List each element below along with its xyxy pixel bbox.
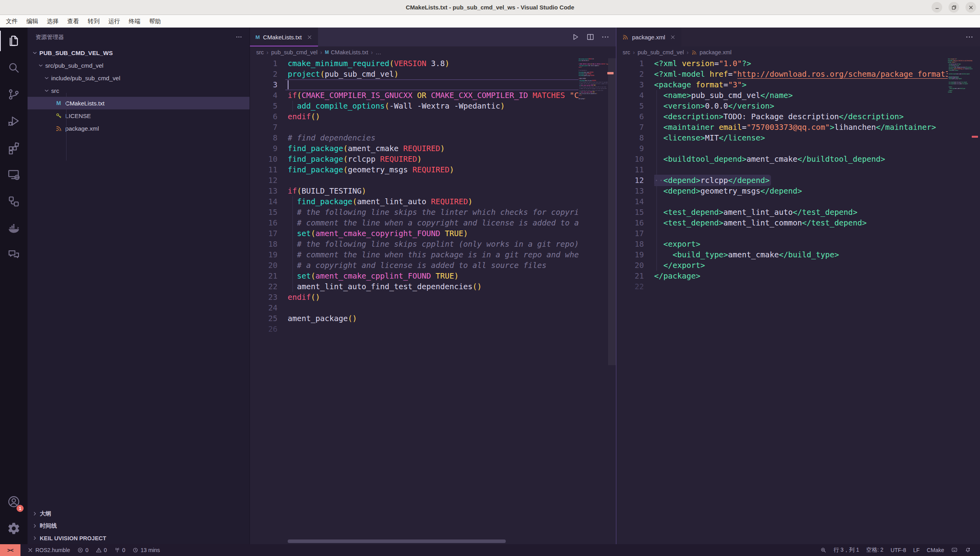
menu-item-5[interactable]: 运行 (104, 15, 124, 28)
menu-item-0[interactable]: 文件 (2, 15, 22, 28)
tab-package-xml[interactable]: package.xml (616, 28, 681, 46)
status-item-left-0[interactable]: ROS2.humble (24, 547, 74, 553)
editor-action-more[interactable] (601, 33, 610, 41)
editor-action-split[interactable] (586, 33, 595, 41)
remote-indicator[interactable]: >< (0, 544, 20, 556)
activity-explorer[interactable] (0, 28, 28, 54)
restore-button[interactable] (949, 2, 959, 13)
tree-item-cmakelists-txt[interactable]: MCMakeLists.txt (28, 97, 250, 109)
activity-account[interactable]: 1 (0, 488, 28, 515)
close-icon (670, 34, 676, 40)
code-line: cmake_minimum_required(VERSION 3.8) (288, 58, 579, 69)
tree-item-pub-sub-cmd-vel-ws[interactable]: PUB_SUB_CMD_VEL_WS (28, 46, 250, 59)
status-item-right-4[interactable]: LF (910, 547, 923, 553)
activity-extensions[interactable] (0, 135, 28, 161)
editor-action-play[interactable] (571, 33, 580, 41)
status-bar: >< ROS2.humble00013 mins 行 3，列 1空格: 2UTF… (0, 544, 980, 556)
code-line: <test_depend>ament_lint_common</test_dep… (654, 218, 948, 228)
tree-item-label: src (51, 87, 59, 94)
line-numbers: 12345678910111213141516171819202122 (616, 58, 644, 292)
code-line: <build_type>ament_cmake</build_type> (654, 249, 948, 260)
code-line: set(ament_cmake_cpplint_FOUND TRUE) (288, 271, 579, 281)
code-line (579, 100, 608, 101)
code-line: </package> (654, 271, 948, 281)
code-line: find_package(ament_cmake REQUIRED) (288, 143, 579, 154)
menu-item-1[interactable]: 编辑 (22, 15, 43, 28)
code-line (288, 303, 579, 313)
code-line: <version>0.0.0</version> (654, 101, 948, 111)
activity-comments[interactable] (0, 242, 28, 268)
menu-item-4[interactable]: 转到 (83, 15, 104, 28)
status-item-left-1[interactable]: 0 (74, 547, 92, 553)
horizontal-scrollbar[interactable] (288, 539, 506, 543)
minimize-button[interactable] (932, 2, 942, 13)
close-window-button[interactable] (965, 2, 976, 13)
activity-source-control[interactable] (0, 81, 28, 108)
file-tree: PUB_SUB_CMD_VEL_WSsrc/pub_sub_cmd_velinc… (28, 46, 250, 135)
rss-icon (55, 125, 63, 132)
status-item-right-0[interactable] (817, 547, 830, 553)
menu-item-7[interactable]: 帮助 (145, 15, 165, 28)
menu-bar: 文件编辑选择查看转到运行终端帮助 (0, 15, 980, 28)
status-item-right-3[interactable]: UTF-8 (887, 547, 910, 553)
sidebar-section-1[interactable]: 时间线 (28, 520, 250, 532)
code-line: <license>MIT</license> (654, 133, 948, 143)
status-item-right-5[interactable]: CMake (923, 547, 948, 553)
explorer-more-icon[interactable] (235, 33, 242, 41)
tree-item-include-pub-sub-cmd-vel[interactable]: include/pub_sub_cmd_vel (28, 72, 250, 84)
minimap[interactable]: <?xml version="1.0"?><?xml-model href="h… (948, 58, 973, 176)
tree-item-src-pub-sub-cmd-vel[interactable]: src/pub_sub_cmd_vel (28, 59, 250, 72)
tree-indent-guide (66, 93, 67, 161)
breadcrumb-item[interactable]: … (375, 49, 381, 55)
editor-group-right: package.xmlsrc›pub_sub_cmd_vel›package.x… (616, 28, 980, 544)
code-editor[interactable]: 1234567891011121314151617181920212223242… (250, 58, 616, 544)
activity-search[interactable] (0, 54, 28, 81)
code-line: project(pub_sub_cmd_vel) (288, 69, 579, 79)
tab-close-icon[interactable] (670, 34, 676, 40)
tree-item-license[interactable]: LICENSE (28, 109, 250, 122)
breadcrumb-item[interactable]: pub_sub_cmd_vel (271, 49, 318, 55)
code-line: endif() (288, 111, 579, 122)
menu-item-2[interactable]: 选择 (43, 15, 63, 28)
status-item-right-1[interactable]: 行 3，列 1 (830, 547, 863, 554)
breadcrumb-item[interactable]: src (623, 49, 630, 55)
vertical-scrollbar[interactable] (608, 58, 616, 365)
minimap[interactable]: cmake_minimum_required(VERSION 3.8)proje… (579, 58, 608, 176)
code-editor[interactable]: 12345678910111213141516171819202122<?xml… (616, 58, 980, 544)
status-item-right-7[interactable] (961, 547, 974, 553)
tree-item-src[interactable]: src (28, 84, 250, 97)
tree-item-package-xml[interactable]: package.xml (28, 122, 250, 135)
tree-item-label: PUB_SUB_CMD_VEL_WS (39, 50, 113, 56)
activity-settings[interactable] (0, 515, 28, 542)
menu-item-3[interactable]: 查看 (63, 15, 83, 28)
breadcrumb-item[interactable]: pub_sub_cmd_vel (638, 49, 684, 55)
overview-ruler-marker (972, 136, 978, 138)
status-item-right-6[interactable] (948, 547, 961, 553)
activity-bar: 1 (0, 28, 28, 544)
remote-explorer-icon (7, 168, 20, 181)
activity-run-debug[interactable] (0, 108, 28, 135)
code-line: <?xml-model href="http://download.ros.or… (654, 69, 948, 79)
code-line: if(CMAKE_COMPILER_IS_GNUCXX OR CMAKE_CXX… (288, 90, 579, 101)
status-item-left-2[interactable]: 0 (92, 547, 111, 553)
status-item-left-3[interactable]: 0 (111, 547, 129, 553)
breadcrumb-item[interactable]: MCMakeLists.txt (325, 49, 368, 55)
editor-action-more[interactable] (965, 33, 974, 41)
cmake-file-icon: M (255, 34, 260, 40)
cmake-file-icon: M (56, 100, 61, 106)
breadcrumb-item[interactable]: package.xml (691, 49, 731, 55)
menu-item-6[interactable]: 终端 (124, 15, 145, 28)
tree-item-label: include/pub_sub_cmd_vel (51, 75, 120, 81)
breadcrumb-item[interactable]: src (256, 49, 264, 55)
sidebar-section-0[interactable]: 大纲 (28, 508, 250, 520)
tab-close-icon[interactable] (307, 34, 312, 40)
tab-cmakelists-txt[interactable]: MCMakeLists.txt (250, 28, 318, 46)
key-icon (55, 112, 63, 120)
activity-remote-explorer[interactable] (0, 161, 28, 188)
status-item-left-4[interactable]: 13 mins (129, 547, 163, 553)
status-item-right-2[interactable]: 空格: 2 (863, 547, 887, 554)
code-line: <buildtool_depend>ament_cmake</buildtool… (948, 73, 973, 75)
sidebar-section-2[interactable]: KEIL UVISION PROJECT (28, 532, 250, 544)
activity-docker[interactable] (0, 215, 28, 242)
activity-graph[interactable] (0, 188, 28, 215)
